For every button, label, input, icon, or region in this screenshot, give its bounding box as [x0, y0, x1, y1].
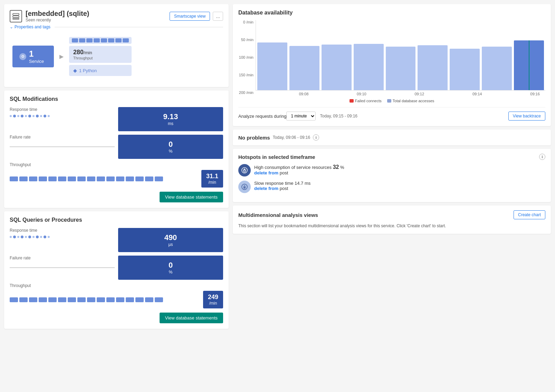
response-time-unit: ms: [168, 121, 173, 126]
queries-response-time-unit: µs: [169, 242, 173, 247]
metrics-grid: Response time: [10, 107, 223, 159]
response-time-value: 9.13: [163, 112, 178, 121]
t-bar: [29, 297, 37, 302]
chart-container: 200 /min 150 /min 100 /min 50 /min 0 /mi…: [238, 20, 545, 96]
multi-header: Multidimensional analysis views Create c…: [238, 210, 545, 219]
hotspot-text-1: High consumption of service resources 32…: [254, 164, 344, 175]
view-db-statements-button-1[interactable]: View database statements: [160, 192, 223, 202]
bar-fill: [386, 47, 416, 90]
bar-item: [450, 20, 480, 90]
queries-throughput-bars: 249 /min: [10, 291, 223, 308]
svg-rect-2: [13, 18, 19, 19]
t-bar: [39, 176, 47, 181]
header-top: [embedded] (sqlite) Seen recently Smarts…: [10, 10, 223, 22]
multi-title: Multidimensional analysis views: [238, 212, 318, 218]
dot: [13, 236, 16, 238]
x-label: 09:14: [468, 92, 486, 96]
throughput-group: 280/min Throughput ◆ 1 Python: [69, 37, 132, 76]
queries-failure-rate-value-box: 0 %: [118, 256, 223, 280]
chart-y-axis: 200 /min 150 /min 100 /min 50 /min 0 /mi…: [238, 20, 256, 96]
dot: [44, 115, 46, 117]
dot: [28, 236, 31, 238]
hotspot-text-after-2: post: [280, 186, 288, 191]
legend-total-accesses: Total database accesses: [387, 99, 434, 103]
response-time-label: Response time: [10, 107, 115, 112]
chart-bars-area: 09:08 09:10 09:12 09:14 09:16: [256, 20, 545, 96]
smartscape-view-button[interactable]: Smartscape view: [170, 12, 210, 21]
svg-rect-0: [13, 13, 19, 15]
hotspot-info-icon[interactable]: i: [539, 154, 545, 160]
t-bar: [19, 176, 28, 181]
queries-throughput-bars-line: [10, 297, 203, 302]
queries-response-time-value: 490: [164, 233, 177, 242]
bar-fill: [289, 46, 319, 90]
hotspot-title: Hotspots in selected timeframe i: [238, 154, 545, 160]
python-box[interactable]: ◆ 1 Python: [69, 65, 132, 76]
queries-response-time-value-box: 490 µs: [118, 228, 223, 252]
hotspot-pct-1: 32: [333, 164, 339, 170]
y-label: 150 /min: [238, 73, 253, 77]
dot: [36, 236, 39, 238]
service-box[interactable]: ✪ 1 Service: [12, 46, 54, 67]
t-bar: [29, 176, 37, 181]
analyze-select[interactable]: 1 minute: [286, 112, 316, 121]
header-text: [embedded] (sqlite) Seen recently: [26, 10, 89, 22]
queries-failure-rate-unit: %: [169, 270, 173, 275]
hotspot-item-2: Slow response time 14.7 ms delete from p…: [238, 181, 545, 193]
more-options-button[interactable]: ...: [213, 12, 223, 21]
total-accesses-icon: [387, 99, 391, 103]
view-backtrace-button[interactable]: View backtrace: [508, 112, 545, 121]
info-icon[interactable]: i: [313, 134, 319, 141]
y-label: 200 /min: [238, 90, 253, 95]
failure-rate-value: 0: [169, 140, 173, 149]
chevron-down-icon: ⌄: [10, 25, 13, 29]
legend-failed-label: Failed connects: [355, 99, 382, 103]
t-bar: [48, 176, 57, 181]
bar-item: [386, 20, 416, 90]
queries-throughput-label: Throughput: [10, 283, 223, 288]
t-bar: [155, 176, 163, 181]
queries-failure-rate-line: [10, 267, 115, 268]
dot: [21, 236, 23, 238]
hotspot-link-2[interactable]: delete from: [254, 186, 278, 191]
throughput-bars-line: [10, 176, 201, 181]
queries-failure-rate-value: 0: [169, 261, 173, 270]
bar-item: [289, 20, 319, 90]
bar-fill: [450, 49, 480, 90]
bars-container: [256, 20, 545, 90]
hotspot-text-after-1: post: [280, 170, 288, 175]
bar-seg: [108, 38, 114, 42]
t-bar: [116, 176, 124, 181]
hotspot-link-1[interactable]: delete from: [254, 170, 278, 175]
clearfix: View database statements: [10, 188, 223, 202]
queries-throughput-value-box: 249 /min: [203, 291, 223, 308]
t-bar: [48, 297, 57, 302]
queries-throughput-unit: /min: [209, 301, 217, 306]
t-bar: [10, 176, 18, 181]
create-chart-button[interactable]: Create chart: [514, 210, 545, 219]
x-label: [257, 92, 293, 96]
hotspot-text-2: Slow response time 14.7 ms delete from p…: [254, 181, 310, 191]
bar-item: [418, 20, 448, 90]
t-bar: [39, 297, 47, 302]
metric-dots: [10, 115, 115, 117]
dot: [25, 115, 27, 117]
t-bar: [126, 176, 134, 181]
t-bar: [155, 297, 163, 302]
database-icon: [10, 10, 22, 22]
bar-seg: [86, 38, 93, 42]
service-info: 1 Service: [29, 49, 44, 64]
chart-legend: Failed connects Total database accesses: [238, 99, 545, 103]
x-label: [373, 92, 409, 96]
analyze-label: Analyze requests during: [238, 114, 286, 119]
view-db-statements-button-2[interactable]: View database statements: [160, 313, 223, 323]
dot: [28, 115, 31, 117]
dot: [48, 236, 50, 238]
queries-failure-rate-label: Failure rate: [10, 256, 115, 260]
bar-item: [257, 20, 287, 90]
db-avail-title: Database availability: [238, 10, 545, 16]
legend-total-label: Total database accesses: [393, 99, 434, 103]
properties-link[interactable]: ⌄ Properties and tags: [10, 25, 223, 29]
dot: [40, 115, 42, 117]
modifications-throughput-unit: /min: [208, 180, 216, 185]
